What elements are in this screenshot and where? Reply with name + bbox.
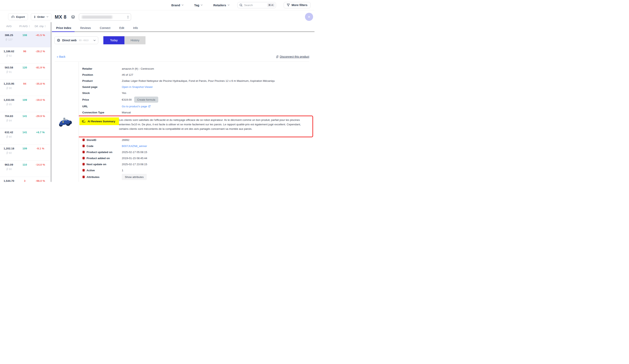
field-value-text: Yes: [122, 91, 126, 94]
field-value: Go to product's page: [122, 105, 313, 108]
product-row[interactable]: 563.58 91 120 -81.9 %: [0, 64, 52, 80]
tab-reviews[interactable]: Reviews: [80, 26, 91, 30]
field-value-text: Zodiac Léger Robot Nettoyeur de Piscine …: [122, 79, 275, 82]
field-value: 2025-02-17 23:08:15: [122, 163, 313, 166]
create-formula-button[interactable]: Create formula: [134, 96, 158, 103]
disconnect-link[interactable]: Disconnect this product: [276, 55, 309, 58]
field-value: amazon.fr (fr) - Centrocom: [122, 67, 313, 70]
sort-icon: [34, 16, 36, 18]
product-row[interactable]: 1,033.94 85 109 -19.0 %: [0, 96, 52, 112]
field-value: Zodiac Léger Robot Nettoyeur de Piscine …: [122, 79, 313, 82]
field-label: Attributes: [82, 176, 122, 179]
product-row[interactable]: 1,202.18 60 109 -9.1 %: [0, 145, 52, 161]
dif-chp-value: -29.9 %: [32, 115, 49, 128]
field-value: 1: [122, 169, 313, 172]
product-row[interactable]: 963.09 60 110 -14.0 %: [0, 161, 52, 177]
tab-edit[interactable]: Edit: [119, 26, 124, 30]
field-label: Stock: [82, 91, 122, 94]
product-row[interactable]: 1,186.62 92 96 -28.2 %: [0, 47, 52, 64]
field-label: Active: [82, 169, 122, 172]
chevron-down-icon: [93, 40, 96, 41]
field-value-text: 1: [122, 169, 123, 172]
dif-chp-value: -81.9 %: [32, 66, 49, 80]
field-label: Product: [82, 79, 122, 82]
snapshot-count: 80: [0, 135, 18, 138]
search-box[interactable]: ⌘+K: [237, 2, 276, 8]
details-section: Retailer amazon.fr (fr) - Centrocom Posi…: [52, 62, 314, 182]
export-button[interactable]: Export: [8, 13, 28, 20]
topbar-filter-retailers[interactable]: Retailers: [213, 3, 229, 7]
topbar-filter-brand[interactable]: Brand: [171, 3, 184, 7]
lightning-icon: [6, 119, 8, 122]
order-button[interactable]: Order: [31, 13, 51, 20]
field-value-link[interactable]: Open in Snapshot Viewer: [122, 86, 153, 89]
pi-avg-value: 141: [18, 131, 32, 144]
globe-icon: [57, 39, 60, 42]
dif-chp-value: -98.0 %: [32, 179, 49, 182]
back-link[interactable]: « Back: [57, 55, 65, 58]
product-row[interactable]: 1,544.70 3 -98.0 %: [0, 177, 52, 182]
avg-cell: 963.09 60: [0, 163, 18, 177]
column-header-pi-avg[interactable]: PI AVG: [18, 25, 32, 28]
field-value-link[interactable]: Go to product's page: [122, 105, 151, 108]
more-filters-button[interactable]: More filters: [284, 2, 311, 8]
field-label: Connection Type: [82, 111, 122, 114]
show-attributes-button[interactable]: Show attributes: [122, 174, 147, 180]
avg-value: 1,315.95: [0, 82, 18, 85]
channel-filter-dropdown[interactable]: Direct web €0 - €613: [54, 36, 98, 44]
column-header-avg[interactable]: AVG: [0, 25, 18, 28]
snapshot-count: 92: [0, 54, 18, 57]
field-label: StoreID: [82, 138, 122, 142]
dif-chp-value: -14.0 %: [32, 163, 49, 177]
detail-field-row: Retailer amazon.fr (fr) - Centrocom: [82, 66, 313, 72]
topbar-filter-label: Retailers: [213, 3, 226, 7]
field-value-text: 2025-02-17 05:08:15: [122, 151, 147, 154]
detail-field-row: Saved page Open in Snapshot Viewer: [82, 84, 313, 90]
today-tab[interactable]: Today: [103, 36, 124, 44]
snapshot-count: 90: [0, 87, 18, 90]
ai-logo-icon: ai: [81, 120, 86, 123]
sidebar-scrollbar[interactable]: [50, 22, 52, 182]
field-value: B007JUIZN8_winner: [122, 145, 313, 148]
product-row[interactable]: 704.83 84 141 -29.9 %: [0, 112, 52, 128]
external-link-icon: [148, 105, 151, 107]
field-value-text: €319.00: [122, 98, 132, 101]
chevron-down-icon: [46, 16, 48, 17]
tab-connect[interactable]: Connect: [100, 26, 110, 30]
product-row[interactable]: 1,315.95 90 94 -35.8 %: [0, 80, 52, 96]
search-shortcut-badge: ⌘+K: [267, 3, 275, 7]
pi-avg-value: 141: [18, 115, 32, 128]
dif-chp-value: -41.5 %: [32, 34, 49, 47]
field-value: Manual: [122, 111, 313, 114]
lightning-icon: [6, 103, 8, 106]
dif-chp-value: -35.8 %: [32, 82, 49, 96]
sidebar-toolbar: Export Order: [0, 10, 52, 20]
product-row[interactable]: 632.42 80 141 +6.7 %: [0, 128, 52, 145]
topbar-filter-tag[interactable]: Tag: [194, 3, 203, 7]
product-list: 386.25 127 108 -41.5 % 1,186.62 92 96 -2…: [0, 31, 52, 182]
product-row[interactable]: 386.25 127 108 -41.5 %: [0, 31, 52, 47]
avg-value: 386.25: [0, 34, 18, 37]
dif-chp-value: -28.2 %: [32, 50, 49, 63]
tab-info[interactable]: Info: [133, 26, 138, 30]
avg-cell: 1,315.95 90: [0, 82, 18, 96]
detail-field-row: StoreID 26992: [82, 137, 313, 143]
avg-value: 1,033.94: [0, 98, 18, 101]
field-value-link[interactable]: B007JUIZN8_winner: [122, 145, 147, 148]
history-tab[interactable]: History: [124, 36, 146, 44]
tab-price-index[interactable]: Price Index: [56, 26, 71, 30]
product-selector-dropdown[interactable]: [79, 13, 131, 21]
close-button[interactable]: ✕: [305, 13, 313, 21]
select-updown-icon: [127, 16, 129, 19]
database-icon: [82, 169, 85, 172]
product-selector-value-redacted: [82, 16, 112, 19]
detail-field-row: URL Go to product's page: [82, 103, 313, 109]
database-icon: [82, 145, 85, 147]
search-input[interactable]: [244, 4, 266, 7]
field-label: Price: [82, 98, 122, 101]
field-value: Show attributes: [122, 174, 313, 180]
column-header-dif-chp[interactable]: Dif. chp: [32, 25, 49, 28]
pi-avg-value: 96: [18, 50, 32, 63]
database-icon: [82, 163, 85, 166]
field-value: Open in Snapshot Viewer: [122, 86, 313, 89]
